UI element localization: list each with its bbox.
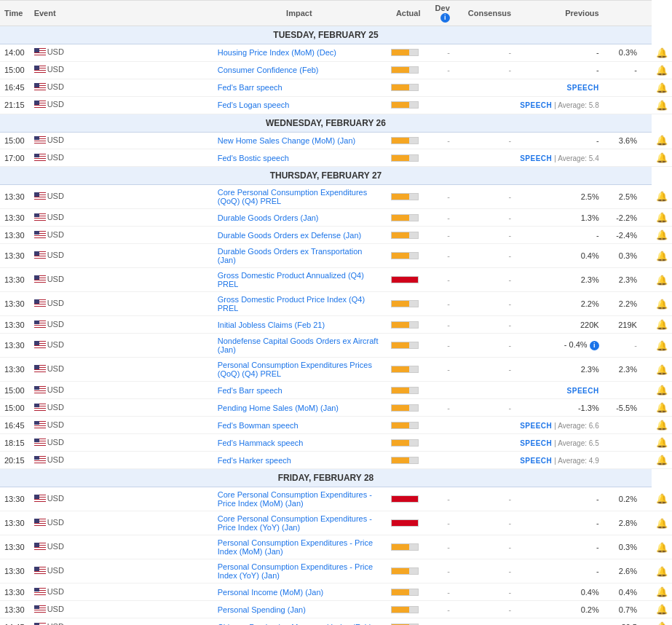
event-name[interactable]: Personal Spending (Jan) xyxy=(213,601,385,618)
event-alert[interactable]: 🔔 xyxy=(652,44,672,62)
event-alert[interactable]: 🔔 xyxy=(652,316,672,334)
table-row: 13:30 USDCore Personal Consumption Expen… xyxy=(0,511,672,535)
event-previous: 0.3% xyxy=(604,535,652,559)
event-name[interactable]: Core Personal Consumption Expenditures (… xyxy=(213,185,385,209)
event-alert[interactable]: 🔔 xyxy=(652,149,672,167)
event-name[interactable]: Fed's Barr speech xyxy=(213,382,385,399)
event-name[interactable]: Core Personal Consumption Expenditures -… xyxy=(213,511,385,535)
event-impact xyxy=(385,511,425,535)
event-name[interactable]: Fed's Barr speech xyxy=(213,79,385,96)
us-flag-icon xyxy=(34,588,46,595)
event-alert[interactable]: 🔔 xyxy=(652,96,672,114)
alert-bell-icon[interactable]: 🔔 xyxy=(656,152,668,163)
event-alert[interactable]: 🔔 xyxy=(652,559,672,583)
alert-bell-icon[interactable]: 🔔 xyxy=(656,82,668,93)
event-impact xyxy=(385,452,425,469)
event-alert[interactable]: 🔔 xyxy=(652,244,672,268)
event-alert[interactable]: 🔔 xyxy=(652,434,672,452)
event-name[interactable]: Nondefense Capital Goods Orders ex Aircr… xyxy=(213,334,385,358)
event-name[interactable]: Core Personal Consumption Expenditures -… xyxy=(213,487,385,511)
event-alert[interactable]: 🔔 xyxy=(652,511,672,535)
event-name[interactable]: Fed's Hammack speech xyxy=(213,434,385,452)
alert-bell-icon[interactable]: 🔔 xyxy=(656,493,668,504)
event-name[interactable]: Personal Consumption Expenditures - Pric… xyxy=(213,559,385,583)
alert-bell-icon[interactable]: 🔔 xyxy=(656,47,668,58)
event-name[interactable]: Chicago Purchasing Managers' Index (Feb) xyxy=(213,618,385,626)
alert-bell-icon[interactable]: 🔔 xyxy=(656,251,668,262)
event-name[interactable]: Fed's Harker speech xyxy=(213,452,385,469)
alert-bell-icon[interactable]: 🔔 xyxy=(656,621,668,625)
event-name[interactable]: Initial Jobless Claims (Feb 21) xyxy=(213,316,385,334)
event-consensus: 2.3% xyxy=(515,358,604,382)
event-alert[interactable]: 🔔 xyxy=(652,268,672,292)
alert-bell-icon[interactable]: 🔔 xyxy=(656,542,668,553)
alert-bell-icon[interactable]: 🔔 xyxy=(656,319,668,330)
event-currency: USD xyxy=(30,149,213,167)
event-alert[interactable]: 🔔 xyxy=(652,618,672,626)
alert-bell-icon[interactable]: 🔔 xyxy=(656,402,668,413)
event-name[interactable]: Pending Home Sales (MoM) (Jan) xyxy=(213,399,385,417)
event-alert[interactable]: 🔔 xyxy=(652,417,672,434)
event-alert[interactable]: 🔔 xyxy=(652,399,672,417)
event-alert[interactable]: 🔔 xyxy=(652,487,672,511)
alert-bell-icon[interactable]: 🔔 xyxy=(656,191,668,202)
event-name[interactable]: Durable Goods Orders ex Transportation (… xyxy=(213,244,385,268)
event-name[interactable]: Fed's Bowman speech xyxy=(213,417,385,434)
event-alert[interactable]: 🔔 xyxy=(652,185,672,209)
alert-bell-icon[interactable]: 🔔 xyxy=(656,455,668,465)
event-alert[interactable]: 🔔 xyxy=(652,227,672,244)
event-name[interactable]: Fed's Logan speech xyxy=(213,96,385,114)
event-alert[interactable]: 🔔 xyxy=(652,358,672,382)
event-name[interactable]: Personal Consumption Expenditures - Pric… xyxy=(213,535,385,559)
event-alert[interactable]: 🔔 xyxy=(652,601,672,618)
event-currency: USD xyxy=(30,382,213,399)
alert-bell-icon[interactable]: 🔔 xyxy=(656,364,668,375)
event-alert[interactable]: 🔔 xyxy=(652,535,672,559)
event-alert[interactable]: 🔔 xyxy=(652,583,672,601)
event-alert[interactable]: 🔔 xyxy=(652,132,672,149)
alert-bell-icon[interactable]: 🔔 xyxy=(656,385,668,396)
alert-bell-icon[interactable]: 🔔 xyxy=(656,518,668,529)
dev-info-icon[interactable]: i xyxy=(440,13,450,23)
event-alert[interactable]: 🔔 xyxy=(652,334,672,358)
alert-bell-icon[interactable]: 🔔 xyxy=(656,299,668,310)
currency-flag: USD xyxy=(34,385,64,394)
event-alert[interactable]: 🔔 xyxy=(652,452,672,469)
event-alert[interactable]: 🔔 xyxy=(652,292,672,316)
event-name[interactable]: Fed's Bostic speech xyxy=(213,149,385,167)
event-alert[interactable]: 🔔 xyxy=(652,79,672,96)
event-name[interactable]: Gross Domestic Product Annualized (Q4) P… xyxy=(213,268,385,292)
alert-bell-icon[interactable]: 🔔 xyxy=(656,275,668,286)
event-name[interactable]: Housing Price Index (MoM) (Dec) xyxy=(213,44,385,62)
event-consensus: SPEECH | Average: 6.6 xyxy=(515,417,604,434)
alert-bell-icon[interactable]: 🔔 xyxy=(656,65,668,76)
table-row: 14:00 USDHousing Price Index (MoM) (Dec)… xyxy=(0,44,672,62)
event-alert[interactable]: 🔔 xyxy=(652,382,672,399)
event-name[interactable]: Personal Income (MoM) (Jan) xyxy=(213,583,385,601)
event-name[interactable]: Personal Consumption Expenditures Prices… xyxy=(213,358,385,382)
table-row: 13:30 USDInitial Jobless Claims (Feb 21)… xyxy=(0,316,672,334)
alert-bell-icon[interactable]: 🔔 xyxy=(656,437,668,448)
event-impact xyxy=(385,559,425,583)
event-name[interactable]: New Home Sales Change (MoM) (Jan) xyxy=(213,132,385,149)
event-name[interactable]: Consumer Confidence (Feb) xyxy=(213,61,385,79)
alert-bell-icon[interactable]: 🔔 xyxy=(656,229,668,240)
event-name[interactable]: Durable Goods Orders ex Defense (Jan) xyxy=(213,227,385,244)
info-icon[interactable]: i xyxy=(590,341,599,350)
alert-bell-icon[interactable]: 🔔 xyxy=(656,212,668,223)
alert-bell-icon[interactable]: 🔔 xyxy=(656,100,668,111)
event-alert[interactable]: 🔔 xyxy=(652,61,672,79)
alert-bell-icon[interactable]: 🔔 xyxy=(656,340,668,351)
table-row: 13:30 USDPersonal Spending (Jan)--0.2%0.… xyxy=(0,601,672,618)
alert-bell-icon[interactable]: 🔔 xyxy=(656,420,668,431)
us-flag-icon xyxy=(34,386,46,393)
event-name[interactable]: Gross Domestic Product Price Index (Q4) … xyxy=(213,292,385,316)
alert-bell-icon[interactable]: 🔔 xyxy=(656,604,668,615)
impact-bar xyxy=(391,276,419,283)
alert-bell-icon[interactable]: 🔔 xyxy=(656,566,668,577)
event-name[interactable]: Durable Goods Orders (Jan) xyxy=(213,209,385,227)
alert-bell-icon[interactable]: 🔔 xyxy=(656,135,668,146)
event-alert[interactable]: 🔔 xyxy=(652,209,672,227)
event-consensus: - 0.4% i xyxy=(515,334,604,358)
alert-bell-icon[interactable]: 🔔 xyxy=(656,586,668,597)
